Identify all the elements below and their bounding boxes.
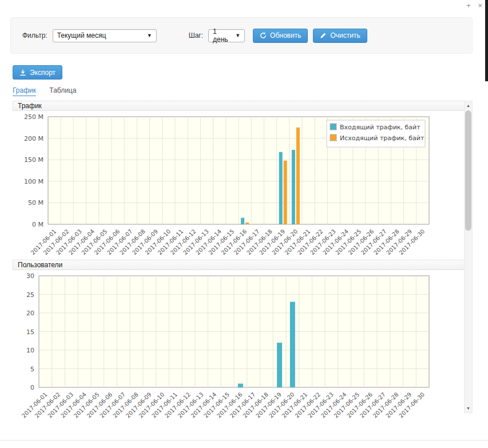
refresh-icon bbox=[260, 32, 267, 39]
filter-panel: Фильтр: Текущий месяц ▼ Шаг: 1 день ▼ Об… bbox=[10, 17, 473, 54]
filter-select-value: Текущий месяц bbox=[57, 31, 106, 39]
clear-button-label: Очистить bbox=[330, 31, 360, 39]
tab-table[interactable]: Таблица bbox=[49, 86, 76, 94]
svg-text:30: 30 bbox=[26, 272, 34, 280]
svg-text:Исходящий трафик, байт: Исходящий трафик, байт bbox=[340, 134, 424, 142]
filter-select[interactable]: Текущий месяц ▼ bbox=[53, 29, 157, 42]
report-content: Трафик 0 M50 M100 M150 M200 M250 M2017-0… bbox=[13, 101, 465, 423]
scroll-thumb[interactable] bbox=[465, 110, 471, 231]
scrollbar[interactable]: ▲ ▼ bbox=[464, 101, 473, 413]
chart-legend: Входящий трафик, байтИсходящий трафик, б… bbox=[327, 120, 425, 147]
section-header-users: Пользователи bbox=[13, 260, 465, 270]
svg-text:20: 20 bbox=[26, 310, 34, 317]
tab-chart[interactable]: График bbox=[13, 86, 36, 96]
svg-text:0 M: 0 M bbox=[32, 221, 43, 228]
svg-text:0: 0 bbox=[30, 384, 34, 391]
refresh-button[interactable]: Обновить bbox=[253, 29, 308, 43]
section-header-traffic: Трафик bbox=[13, 101, 465, 111]
export-button[interactable]: Экспорт bbox=[13, 65, 62, 80]
traffic-chart: 0 M50 M100 M150 M200 M250 M2017-06-01201… bbox=[13, 111, 465, 260]
svg-text:15: 15 bbox=[26, 328, 34, 336]
clear-button[interactable]: Очистить bbox=[313, 29, 367, 43]
step-select-value: 1 день bbox=[213, 27, 231, 43]
svg-text:250 M: 250 M bbox=[24, 113, 43, 121]
app-window: + × Фильтр: Текущий месяц ▼ Шаг: 1 день … bbox=[0, 0, 488, 448]
users-chart-svg: 0510152025302017-06-012017-06-022017-06-… bbox=[13, 270, 452, 423]
svg-text:10: 10 bbox=[26, 347, 34, 354]
scroll-up-icon[interactable]: ▲ bbox=[465, 101, 472, 110]
download-icon bbox=[19, 69, 26, 76]
svg-text:150 M: 150 M bbox=[24, 156, 43, 164]
step-select[interactable]: 1 день ▼ bbox=[208, 29, 245, 42]
svg-text:100 M: 100 M bbox=[24, 178, 43, 185]
svg-text:200 M: 200 M bbox=[24, 135, 43, 142]
filter-label: Фильтр: bbox=[22, 31, 47, 39]
users-chart: 0510152025302017-06-012017-06-022017-06-… bbox=[13, 270, 465, 423]
window-controls: + × bbox=[461, 1, 482, 10]
svg-text:5: 5 bbox=[30, 366, 34, 373]
window-edge bbox=[485, 0, 488, 81]
chevron-down-icon: ▼ bbox=[235, 33, 240, 38]
add-tab-icon[interactable]: + bbox=[466, 1, 471, 10]
traffic-chart-svg: 0 M50 M100 M150 M200 M250 M2017-06-01201… bbox=[13, 111, 452, 260]
close-icon[interactable]: × bbox=[478, 1, 482, 10]
refresh-button-label: Обновить bbox=[270, 31, 301, 39]
pencil-icon bbox=[320, 32, 327, 39]
svg-text:Входящий трафик, байт: Входящий трафик, байт bbox=[340, 124, 420, 131]
chevron-down-icon: ▼ bbox=[147, 33, 152, 38]
scroll-down-icon[interactable]: ▼ bbox=[465, 404, 472, 413]
tab-bar: График Таблица bbox=[13, 86, 76, 94]
page-bottom-divider bbox=[0, 440, 488, 441]
svg-text:50 M: 50 M bbox=[28, 199, 43, 207]
export-button-label: Экспорт bbox=[30, 69, 55, 77]
step-label: Шаг: bbox=[189, 31, 203, 39]
svg-text:25: 25 bbox=[26, 291, 34, 299]
